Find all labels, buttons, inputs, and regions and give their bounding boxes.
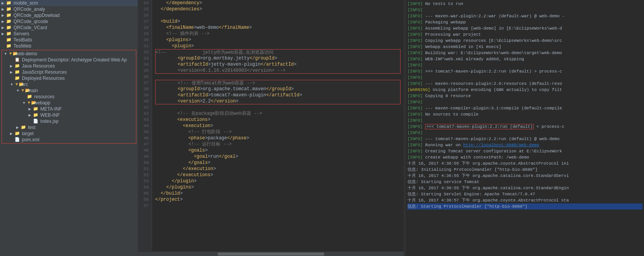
code-line: </plugin> <box>155 178 401 184</box>
tree-item-target[interactable]: ▶ 📁 target <box>2 130 136 137</box>
tree-arrow: ▶ <box>2 32 6 36</box>
code-line: <goals> <box>155 147 401 154</box>
line-number: 35 <box>141 68 149 74</box>
console-panel: [INFO] No tests to run[INFO][INFO] --- m… <box>406 0 644 256</box>
line-number: 51 <box>141 166 149 172</box>
line-number: 39 <box>141 92 149 98</box>
tree-item-testweb[interactable]: 📁 TestWeb <box>0 43 138 49</box>
tree-item-resources[interactable]: 📁 resources <box>2 94 136 100</box>
code-line: <phase>package</phase> <box>155 135 401 141</box>
tree-item-testbatis[interactable]: 📁 TestBatis <box>0 37 138 43</box>
tree-folder-icon: 📁 <box>6 13 12 18</box>
line-number: 33 <box>141 55 149 61</box>
tree-item-webapp[interactable]: ▼ ▼📂 webapp <box>2 100 136 106</box>
line-number: 55 <box>141 190 149 197</box>
tree-item-qrcode_appdownload[interactable]: ▶ 📁 QRCode_appDowload <box>0 12 138 18</box>
tree-item-metainf[interactable]: ▶ 📁 META-INF <box>2 106 136 112</box>
tree-item-web_demo[interactable]: ▼ ▼📂 web-demo <box>2 51 136 57</box>
tree-item-webinf[interactable]: ▶ 📁 WEB-INF <box>2 112 136 118</box>
tree-item-mobile_scm[interactable]: ▶ 📁 mobile_scm <box>0 0 138 6</box>
line-number: 30 <box>141 37 149 43</box>
line-number: 32 <box>141 49 149 55</box>
tree-item-test[interactable]: ▶ 📁 test <box>2 124 136 130</box>
tree-folder-icon: ▼📂 <box>15 82 21 87</box>
tree-item-qrcode_analy[interactable]: ▶ 📁 QRCode_analy <box>0 6 138 12</box>
tree-arrow: ▶ <box>10 64 15 68</box>
line-number: 43 <box>141 117 149 123</box>
tree-item-qrcode_qrcode[interactable]: ▶ 📁 QRCode_qrcode <box>0 18 138 25</box>
console-link[interactable]: http://localhost:8080/web-demo <box>463 143 539 147</box>
console-line: [INFO] Assembling webapp [web-demo] in [… <box>407 25 642 31</box>
line-number: 37 <box>141 80 149 86</box>
code-content[interactable]: </dependency> </dependencies> <build> <f… <box>152 0 404 251</box>
tree-item-label: test <box>28 125 35 130</box>
tree-item-indexjsp[interactable]: 📄 index.jsp <box>2 118 136 124</box>
line-number: 57 <box>141 203 149 209</box>
line-number: 29 <box>141 31 149 37</box>
code-line <box>155 203 401 209</box>
code-line: <finalName>web-demo</finalName> <box>155 25 401 31</box>
console-line: [INFO] <box>407 7 642 13</box>
console-line: 十月 16, 2017 4:36:55 下午 org.apache.coyote… <box>407 160 642 167</box>
code-line: <groupId>org.apache.tomcat.maven</groupI… <box>155 86 401 92</box>
tree-arrow: ▼ <box>22 101 27 105</box>
line-number: 31 <box>141 43 149 49</box>
tree-item-label: Servers <box>13 31 29 36</box>
tree-item-label: Java Resources <box>22 63 55 69</box>
code-line: <!-- 打包阶段 --> <box>155 129 401 135</box>
line-number: 34 <box>141 61 149 68</box>
console-line: [INFO] Copying 0 resource <box>407 93 642 99</box>
tree-folder-icon: 📋 <box>15 57 21 63</box>
tree-item-deployment_desc[interactable]: 📋 Deployment Descriptor: Archetype Creat… <box>2 57 136 63</box>
tree-item-label: TestWeb <box>13 43 31 49</box>
console-line: 十月 16, 2017 4:36:55 下午 org.apache.catali… <box>407 173 642 179</box>
code-line: <groupId>org.mortbay.jetty</groupId> <box>155 55 401 61</box>
tree-item-label: src <box>22 82 28 87</box>
tree-arrow: ▼ <box>16 89 21 92</box>
line-numbers: 2425262728293031323334353637383940414243… <box>138 0 152 251</box>
console-line: [INFO] Processing war project <box>407 31 642 38</box>
console-output[interactable]: [INFO] No tests to run[INFO][INFO] --- m… <box>406 0 644 256</box>
tree-folder-icon: 📁 <box>33 112 39 118</box>
tree-item-label: Deployed Resources <box>22 76 65 81</box>
code-line: </dependencies> <box>155 6 401 12</box>
tree-arrow: ▶ <box>2 26 6 30</box>
tree-arrow: ▶ <box>2 20 6 23</box>
line-number: 47 <box>141 141 149 147</box>
console-line: [INFO] <box>407 74 642 81</box>
line-number: 49 <box>141 154 149 160</box>
line-number: 44 <box>141 123 149 129</box>
console-line: [INFO] <box>407 117 642 124</box>
tree-item-label: QRCode_appDowload <box>13 13 60 18</box>
web-demo-group: ▼ ▼📂 web-demo 📋 Deployment Descriptor: A… <box>2 50 136 144</box>
code-editor-panel: 2425262728293031323334353637383940414243… <box>138 0 404 256</box>
console-line: [INFO] Webapp assembled in [41 msecs] <box>407 44 642 50</box>
tree-item-label: META-INF <box>40 106 62 112</box>
code-line: </execution> <box>155 166 401 172</box>
code-line <box>155 74 401 80</box>
horizontal-scrollbar[interactable] <box>138 251 404 256</box>
tree-item-deployed_resources[interactable]: 📁 Deployed Resources <box>2 75 136 81</box>
tree-item-main[interactable]: ▼ ▼📂 main <box>2 88 136 94</box>
tree-item-label: index.jsp <box>40 119 58 124</box>
tree-item-java_resources[interactable]: ▶ 📁 Java Resources <box>2 63 136 69</box>
code-line: </build> <box>155 190 401 197</box>
line-number: 27 <box>141 18 149 25</box>
tree-item-javascript_resources[interactable]: ▶ 📁 JavaScript Resources <box>2 69 136 75</box>
console-line: 信息: Starting Servlet Engine: Apache Tomc… <box>407 191 642 197</box>
code-editor: 2425262728293031323334353637383940414243… <box>138 0 404 251</box>
tree-arrow: ▶ <box>2 1 6 5</box>
code-line <box>155 12 401 18</box>
tree-item-src[interactable]: ▼ ▼📂 src <box>2 81 136 88</box>
scrollbar-thumb[interactable] <box>218 253 324 256</box>
line-number: 24 <box>141 0 149 6</box>
tree-arrow: ▶ <box>28 107 33 111</box>
tree-item-label: WEB-INF <box>40 112 60 118</box>
tree-item-servers[interactable]: ▶ 📁 Servers <box>0 31 138 37</box>
console-highlighted-line: [INFO] <<< tomcat7-maven-plugin:2.2:run … <box>407 124 642 130</box>
tree-item-label: mobile_scm <box>13 0 38 6</box>
code-line: <!-- 运行目标 --> <box>155 141 401 147</box>
tree-item-pomxml[interactable]: 📄 pom.xml <box>2 137 136 143</box>
tree-item-qrcode_vcard[interactable]: ▶ 📁 QRCode_VCard <box>0 25 138 31</box>
code-line: </project> <box>155 197 401 203</box>
